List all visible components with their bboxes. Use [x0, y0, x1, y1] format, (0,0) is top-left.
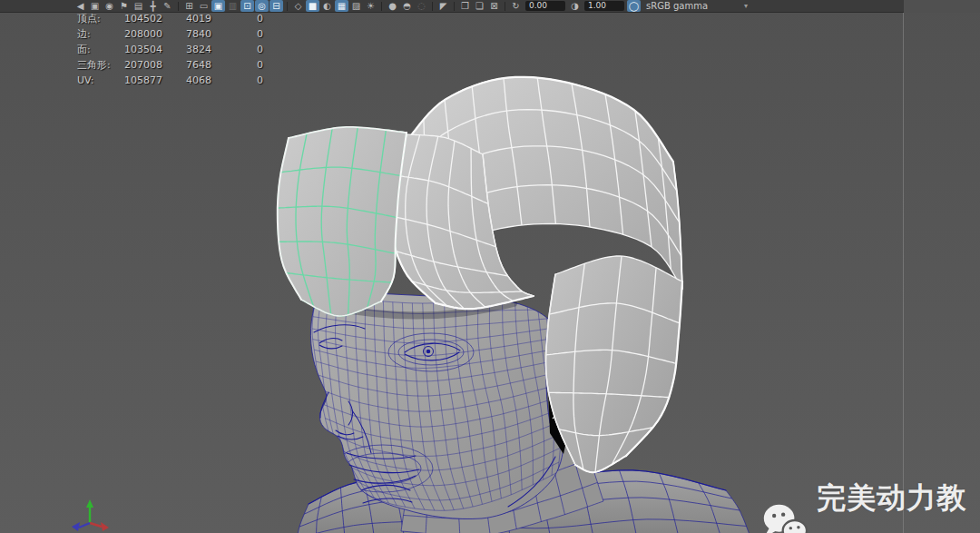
hud-vertices-selected: 4019	[186, 11, 211, 26]
hud-row-triangles: 三角形:20700876480	[77, 57, 349, 73]
hud-edges-total: 208000	[124, 26, 162, 42]
toolbar-separator	[287, 2, 288, 11]
panel-divider	[903, 0, 904, 533]
xray-icon[interactable]: ⊠	[487, 0, 501, 12]
hud-vertices-component: 0	[257, 11, 263, 26]
gamma-icon[interactable]: ◑	[568, 0, 582, 12]
view-transform-icon[interactable]: ◯	[627, 0, 641, 12]
hair-selected-bang-mesh	[278, 127, 407, 316]
toolbar-separator	[505, 2, 505, 11]
hud-row-edges: 边:20800078400	[77, 26, 349, 42]
copy-uv-icon[interactable]: ❐	[458, 0, 472, 12]
motion-blur-icon[interactable]: ◓	[400, 0, 414, 12]
toolbar-separator	[432, 2, 433, 11]
hud-triangles-selected: 7648	[186, 57, 211, 73]
lights-icon[interactable]: ☀	[364, 0, 377, 12]
hud-triangles-component: 0	[257, 57, 263, 73]
hud-triangles-total: 207008	[124, 57, 162, 73]
view-transform-select[interactable]: sRGB gamma▾	[646, 0, 748, 12]
caret-down-icon: ▾	[744, 0, 748, 12]
hud-row-vertices: 顶点:10450240190	[77, 11, 349, 26]
paste-uv-icon[interactable]: ❏	[473, 0, 486, 12]
hud-triangles-label: 三角形:	[77, 57, 111, 73]
exposure-icon[interactable]: ↻	[509, 0, 523, 12]
hud-row-faces: 面:10350438240	[77, 42, 349, 57]
maya-viewport: ◀▣◉⚑▤╋✎⊞▭▣▥⊡◎⊟◇■◐▦▨☀●◓◌◤❐❏⊠↻0.00◑1.00◯sR…	[0, 0, 980, 533]
gamma-field[interactable]: 1.00	[584, 1, 624, 11]
hud-edges-label: 边:	[77, 26, 91, 42]
depth-of-field-icon[interactable]: ◌	[415, 0, 428, 12]
hud-uvs-component: 0	[257, 73, 263, 88]
toolbar-separator	[454, 2, 455, 11]
shadows-icon[interactable]: ▨	[349, 0, 363, 12]
hud-edges-selected: 7840	[186, 26, 211, 42]
hud-edges-component: 0	[257, 26, 263, 42]
hud-uvs-selected: 4068	[186, 73, 211, 88]
hud-faces-total: 103504	[124, 42, 162, 57]
hud-faces-selected: 3824	[186, 42, 211, 57]
wechat-icon	[758, 498, 808, 533]
watermark: 完美动力教育	[758, 470, 980, 533]
hud-vertices-total: 104502	[124, 11, 162, 26]
hud-faces-component: 0	[257, 42, 263, 57]
view-transform-label: sRGB gamma	[646, 0, 708, 12]
hud-row-uvs: UV:10587740680	[77, 73, 349, 88]
hud-faces-label: 面:	[77, 42, 91, 57]
isolate-select-icon[interactable]: ◤	[436, 0, 450, 12]
toolbar-separator	[381, 2, 382, 11]
hud-uvs-total: 105877	[124, 73, 162, 88]
toolbar-separator	[178, 2, 179, 11]
adjacent-panel-strip	[904, 0, 980, 13]
hud-uvs-label: UV:	[77, 73, 93, 88]
occlusion-icon[interactable]: ●	[386, 0, 399, 12]
exposure-field[interactable]: 0.00	[525, 1, 565, 11]
watermark-text: 完美动力教育	[817, 470, 980, 533]
poly-count-hud: 顶点:10450240190边:20800078400面:10350438240…	[77, 11, 349, 88]
hud-vertices-label: 顶点:	[77, 11, 101, 26]
